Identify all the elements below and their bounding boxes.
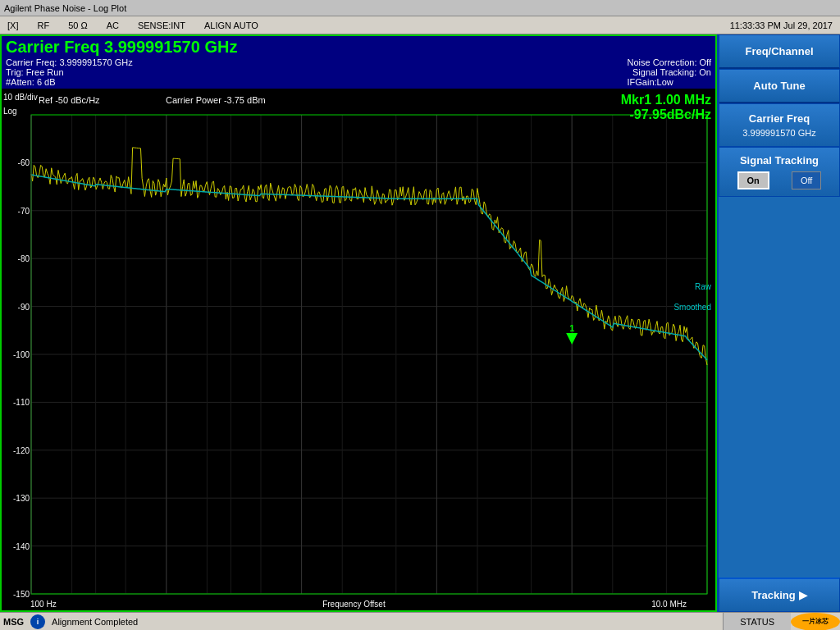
raw-label: Raw bbox=[695, 282, 711, 291]
carrier-power-label: Carrier Power -3.75 dBm bbox=[166, 95, 266, 105]
freq-channel-btn[interactable]: Freq/Channel bbox=[719, 34, 840, 69]
title-text: Agilent Phase Noise - Log Plot bbox=[4, 3, 126, 13]
signal-tracking-status: Signal Tracking: On bbox=[627, 67, 711, 77]
menu-align[interactable]: ALIGN AUTO bbox=[201, 20, 262, 31]
sidebar-spacer bbox=[719, 197, 840, 578]
carrier-freq-value: 3.999991570 GHz bbox=[726, 128, 833, 138]
plot-meta-right: Noise Correction: Off Signal Tracking: O… bbox=[627, 57, 711, 87]
title-bar: Agilent Phase Noise - Log Plot bbox=[0, 0, 840, 16]
watermark-area: 一片冰芯 bbox=[791, 613, 840, 631]
graph-container: 10 dB/div Log Ref -50 dBc/Hz Carrier Pow… bbox=[2, 89, 715, 598]
plot-canvas bbox=[2, 89, 715, 598]
carrier-freq-title: Carrier Freq 3.999991570 GHz bbox=[6, 38, 711, 57]
menu-timestamp: 11:33:33 PM Jul 29, 2017 bbox=[727, 20, 836, 31]
marker-info: Mkr1 1.00 MHz -97.95dBc/Hz bbox=[621, 93, 711, 122]
signal-tracking-section: Signal Tracking On Off bbox=[719, 147, 840, 197]
ref-label: Ref -50 dBc/Hz bbox=[39, 95, 100, 105]
signal-tracking-label: Signal Tracking bbox=[726, 154, 833, 167]
atten-label: #Atten: 6 dB bbox=[6, 77, 627, 87]
signal-tracking-on-btn[interactable]: On bbox=[737, 171, 769, 189]
x-axis-labels: 100 Hz Frequency Offset 10.0 MHz bbox=[2, 598, 715, 610]
menu-xi[interactable]: [X] bbox=[4, 20, 21, 31]
trig-label: Trig: Free Run bbox=[6, 67, 627, 77]
if-gain: IFGain:Low bbox=[627, 77, 711, 87]
menu-rf[interactable]: RF bbox=[34, 20, 52, 31]
auto-tune-btn[interactable]: Auto Tune bbox=[719, 69, 840, 103]
carrier-freq-label: Carrier Freq bbox=[726, 112, 833, 125]
status-icon: i bbox=[30, 614, 45, 629]
tracking-label: Tracking bbox=[751, 589, 795, 601]
x-label-right: 10.0 MHz bbox=[651, 600, 687, 609]
menu-sense[interactable]: SENSE:INT bbox=[135, 20, 189, 31]
plot-area: Carrier Freq 3.999991570 GHz Carrier Fre… bbox=[0, 34, 717, 612]
status-right: STATUS bbox=[723, 613, 791, 630]
status-message: Alignment Completed bbox=[48, 617, 723, 627]
signal-tracking-buttons: On Off bbox=[726, 171, 833, 189]
signal-tracking-off-btn[interactable]: Off bbox=[792, 171, 821, 189]
right-sidebar: Freq/Channel Auto Tune Carrier Freq 3.99… bbox=[717, 34, 840, 612]
noise-correction: Noise Correction: Off bbox=[627, 57, 711, 67]
carrier-freq-section: Carrier Freq 3.999991570 GHz bbox=[719, 103, 840, 147]
log-label: Log bbox=[3, 107, 17, 116]
smoothed-label: Smoothed bbox=[673, 303, 711, 312]
carrier-freq-meta: Carrier Freq: 3.999991570 GHz bbox=[6, 57, 627, 67]
marker-power: -97.95dBc/Hz bbox=[621, 107, 711, 122]
db-div-label: 10 dB/div bbox=[3, 93, 38, 102]
plot-meta-left: Carrier Freq: 3.999991570 GHz Trig: Free… bbox=[6, 57, 627, 87]
tracking-arrow-icon: ▶ bbox=[799, 589, 807, 601]
menu-bar: [X] RF 50 Ω AC SENSE:INT ALIGN AUTO 11:3… bbox=[0, 16, 840, 34]
main-layout: Carrier Freq 3.999991570 GHz Carrier Fre… bbox=[0, 34, 840, 612]
menu-ac[interactable]: AC bbox=[103, 20, 122, 31]
status-bar: MSG i Alignment Completed STATUS 一片冰芯 bbox=[0, 612, 840, 630]
x-label-center: Frequency Offset bbox=[322, 600, 386, 609]
x-label-left: 100 Hz bbox=[30, 600, 57, 609]
tracking-btn[interactable]: Tracking ▶ bbox=[719, 578, 840, 612]
msg-label: MSG bbox=[0, 617, 27, 627]
menu-50ohm[interactable]: 50 Ω bbox=[65, 20, 91, 31]
marker-freq: Mkr1 1.00 MHz bbox=[621, 93, 711, 107]
plot-header: Carrier Freq 3.999991570 GHz Carrier Fre… bbox=[2, 36, 715, 89]
